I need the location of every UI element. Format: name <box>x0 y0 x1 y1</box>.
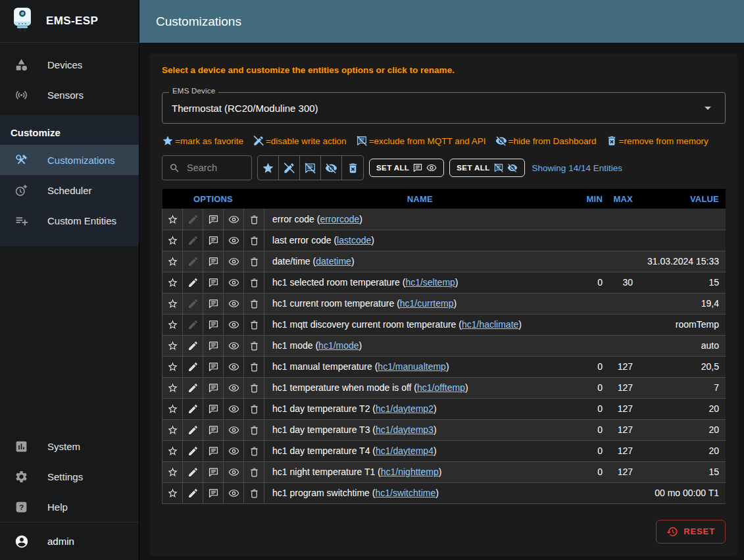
favorite-entity-button[interactable] <box>162 398 183 419</box>
chevron-down-icon[interactable] <box>700 100 716 116</box>
delete-entity-button[interactable] <box>244 230 264 251</box>
edit-entity-button[interactable] <box>183 440 203 461</box>
visibility-entity-button[interactable] <box>224 377 244 398</box>
filter-exclude-mqtt-button[interactable] <box>300 156 321 180</box>
visibility-entity-button[interactable] <box>224 461 244 482</box>
visibility-entity-button[interactable] <box>224 251 244 272</box>
entity-link[interactable]: hc1/manualtemp <box>378 361 446 372</box>
mqtt-entity-button[interactable] <box>203 314 224 335</box>
entity-link[interactable]: hc1/mode <box>318 340 359 351</box>
delete-entity-button[interactable] <box>244 482 264 503</box>
delete-entity-button[interactable] <box>244 377 264 398</box>
mqtt-entity-button[interactable] <box>203 209 224 230</box>
sidebar-item-customizations[interactable]: Customizations <box>0 145 139 175</box>
ems-device-select[interactable]: EMS Device Thermostat (RC20/Moduline 300… <box>162 92 726 124</box>
filter-disable-write-button[interactable] <box>279 156 300 180</box>
mqtt-entity-button[interactable] <box>203 377 224 398</box>
delete-entity-button[interactable] <box>244 440 264 461</box>
filter-hide-dashboard-button[interactable] <box>321 156 342 180</box>
entity-link[interactable]: hc1/daytemp4 <box>376 445 434 456</box>
visibility-entity-button[interactable] <box>224 293 244 314</box>
mqtt-entity-button[interactable] <box>203 419 224 440</box>
set-all-show-button[interactable]: SET ALL <box>369 159 444 177</box>
delete-entity-button[interactable] <box>244 461 264 482</box>
delete-entity-button[interactable] <box>244 398 264 419</box>
delete-entity-button[interactable] <box>244 209 264 230</box>
edit-entity-button[interactable] <box>183 356 203 377</box>
delete-entity-button[interactable] <box>244 356 264 377</box>
visibility-entity-button[interactable] <box>224 356 244 377</box>
mqtt-entity-button[interactable] <box>203 293 224 314</box>
entity-link[interactable]: hc1/currtemp <box>400 298 454 309</box>
mqtt-entity-button[interactable] <box>203 251 224 272</box>
visibility-entity-button[interactable] <box>224 419 244 440</box>
mqtt-entity-button[interactable] <box>203 398 224 419</box>
favorite-entity-button[interactable] <box>162 419 183 440</box>
entity-link[interactable]: lastcode <box>337 235 371 245</box>
favorite-entity-button[interactable] <box>162 251 183 272</box>
visibility-entity-button[interactable] <box>224 209 244 230</box>
search-field[interactable] <box>162 155 252 180</box>
sidebar-item-sensors[interactable]: Sensors <box>0 80 139 110</box>
mqtt-entity-button[interactable] <box>203 272 224 293</box>
entity-link[interactable]: hc1/daytemp3 <box>376 424 434 435</box>
edit-entity-button[interactable] <box>183 335 203 356</box>
sidebar-item-devices[interactable]: Devices <box>0 49 139 80</box>
favorite-entity-button[interactable] <box>162 377 183 398</box>
visibility-entity-button[interactable] <box>224 440 244 461</box>
sidebar-item-help[interactable]: ?Help <box>0 492 139 522</box>
mqtt-entity-button[interactable] <box>203 440 224 461</box>
favorite-entity-button[interactable] <box>162 230 183 251</box>
favorite-entity-button[interactable] <box>162 335 183 356</box>
edit-entity-button[interactable] <box>183 419 203 440</box>
entity-link[interactable]: hc1/nighttemp <box>381 467 439 477</box>
mqtt-entity-button[interactable] <box>203 335 224 356</box>
filter-favorite-button[interactable] <box>258 156 279 180</box>
sidebar-user-item[interactable]: admin <box>0 522 139 560</box>
mqtt-entity-button[interactable] <box>203 356 224 377</box>
favorite-entity-button[interactable] <box>162 440 183 461</box>
sidebar-item-system[interactable]: System <box>0 431 139 461</box>
favorite-entity-button[interactable] <box>162 461 183 482</box>
sidebar-item-scheduler[interactable]: Scheduler <box>0 175 139 205</box>
favorite-entity-button[interactable] <box>162 356 183 377</box>
entity-link[interactable]: hc1/daytemp2 <box>376 403 434 414</box>
delete-entity-button[interactable] <box>244 314 264 335</box>
entity-link[interactable]: errorcode <box>320 214 359 224</box>
favorite-entity-button[interactable] <box>162 314 183 335</box>
visibility-entity-button[interactable] <box>224 482 244 503</box>
visibility-entity-button[interactable] <box>224 314 244 335</box>
entity-link[interactable]: hc1/seltemp <box>405 277 455 288</box>
sidebar-item-custom-entities[interactable]: Custom Entities <box>0 205 139 236</box>
delete-entity-button[interactable] <box>244 251 264 272</box>
reset-button[interactable]: RESET <box>656 520 726 544</box>
favorite-entity-button[interactable] <box>162 272 183 293</box>
entity-link[interactable]: datetime <box>316 256 351 267</box>
entity-link[interactable]: hc1/switchtime <box>375 488 435 498</box>
favorite-entity-button[interactable] <box>162 293 183 314</box>
edit-entity-button[interactable] <box>183 482 203 503</box>
delete-entity-button[interactable] <box>244 419 264 440</box>
edit-entity-button[interactable] <box>183 377 203 398</box>
favorite-entity-button[interactable] <box>162 482 183 503</box>
search-input[interactable] <box>186 162 245 174</box>
filter-remove-memory-button[interactable] <box>342 156 363 180</box>
set-all-hide-button[interactable]: SET ALL <box>449 159 524 177</box>
sidebar-item-settings[interactable]: Settings <box>0 461 139 492</box>
favorite-entity-button[interactable] <box>162 209 183 230</box>
entity-link[interactable]: hc1/offtemp <box>417 382 465 393</box>
entity-link[interactable]: hc1/haclimate <box>462 319 518 330</box>
delete-entity-button[interactable] <box>244 293 264 314</box>
mqtt-entity-button[interactable] <box>203 482 224 503</box>
visibility-entity-button[interactable] <box>224 335 244 356</box>
mqtt-entity-button[interactable] <box>203 230 224 251</box>
visibility-entity-button[interactable] <box>224 272 244 293</box>
visibility-entity-button[interactable] <box>224 398 244 419</box>
edit-entity-button[interactable] <box>183 461 203 482</box>
edit-entity-button[interactable] <box>183 398 203 419</box>
visibility-entity-button[interactable] <box>224 230 244 251</box>
delete-entity-button[interactable] <box>244 272 264 293</box>
delete-entity-button[interactable] <box>244 335 264 356</box>
edit-entity-button[interactable] <box>183 272 203 293</box>
mqtt-entity-button[interactable] <box>203 461 224 482</box>
